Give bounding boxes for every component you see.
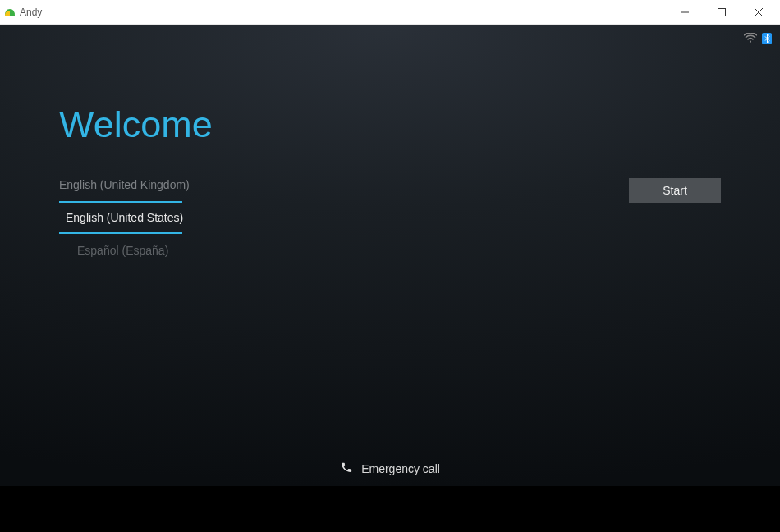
- page-title: Welcome: [59, 103, 721, 146]
- svg-point-4: [750, 41, 751, 43]
- window-title: Andy: [20, 7, 666, 18]
- minimize-button[interactable]: [666, 0, 703, 25]
- android-screen: Welcome English (United Kingdom) English…: [0, 25, 780, 486]
- setup-wizard: Welcome English (United Kingdom) English…: [59, 103, 721, 265]
- emergency-call-label: Emergency call: [361, 462, 440, 475]
- bluetooth-icon: [762, 33, 772, 44]
- title-divider: [59, 163, 721, 163]
- window-controls: [666, 0, 777, 25]
- language-option-prev[interactable]: English (United Kingdom): [59, 170, 182, 200]
- maximize-button[interactable]: [703, 0, 740, 25]
- svg-rect-1: [718, 8, 725, 16]
- app-icon: [3, 6, 16, 19]
- phone-icon: [340, 461, 353, 476]
- window-titlebar: Andy: [0, 0, 780, 25]
- wifi-icon: [744, 31, 757, 46]
- status-bar: [744, 31, 772, 46]
- navigation-bar: [0, 486, 780, 532]
- emulator-viewport: Welcome English (United Kingdom) English…: [0, 25, 780, 532]
- language-option-next[interactable]: Español (España): [59, 236, 182, 265]
- close-button[interactable]: [740, 0, 777, 25]
- language-picker[interactable]: English (United Kingdom) English (United…: [59, 170, 182, 265]
- emergency-call-button[interactable]: Emergency call: [340, 461, 440, 476]
- language-option-selected[interactable]: English (United States): [59, 201, 182, 234]
- start-button[interactable]: Start: [629, 178, 721, 203]
